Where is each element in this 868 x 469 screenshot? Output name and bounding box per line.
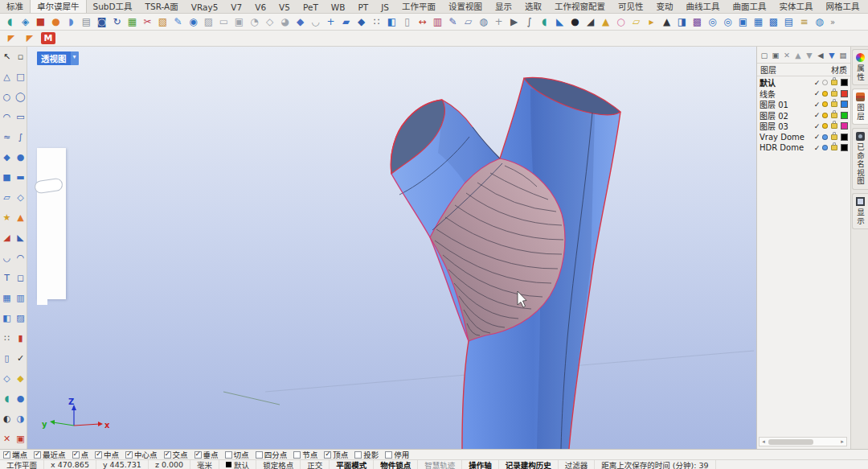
move-down-icon[interactable]: ▼: [804, 51, 815, 60]
left-tool-icon[interactable]: ◇: [17, 192, 23, 203]
rainbow-surface-icon[interactable]: ▧: [155, 15, 170, 29]
toolbar-tab[interactable]: 可见性: [612, 0, 650, 13]
viewport-dropdown-icon[interactable]: ▾: [71, 51, 79, 65]
osnap-checkbox[interactable]: [164, 451, 171, 459]
toolbar-tab[interactable]: JS: [375, 1, 395, 13]
layer-lock-icon[interactable]: [831, 145, 837, 150]
blue-cube-icon[interactable]: ◨: [674, 15, 690, 29]
delete-layer-icon[interactable]: ✕: [781, 51, 792, 60]
left-tool-icon[interactable]: ≈: [3, 132, 10, 142]
plane-icon[interactable]: ◇: [262, 15, 277, 29]
left-tool-icon[interactable]: ∫: [18, 132, 23, 142]
toolbar-tab[interactable]: 曲面工具: [726, 0, 772, 13]
wedge-icon[interactable]: ◢: [583, 15, 598, 29]
layer-visibility-bulb-icon[interactable]: [822, 91, 828, 97]
layer-visibility-bulb-icon[interactable]: [822, 101, 828, 107]
frame-icon[interactable]: ▣: [231, 15, 247, 29]
layer-color-swatch[interactable]: [841, 90, 848, 97]
shear-icon[interactable]: ▰: [338, 15, 354, 29]
toolbar-tab[interactable]: 工作平面: [395, 0, 442, 13]
orbit-curve-icon[interactable]: ◖: [2, 15, 18, 29]
transform-handle-icon[interactable]: ▱: [461, 15, 476, 29]
status-toggle[interactable]: 操作轴: [462, 460, 499, 469]
layer-color-swatch[interactable]: [841, 79, 848, 86]
stack-icon[interactable]: ▲: [598, 15, 613, 29]
gem-icon[interactable]: ◆: [354, 15, 369, 29]
left-tool-icon[interactable]: ◻: [17, 273, 24, 283]
osnap-toggle[interactable]: 最近点: [34, 449, 66, 460]
left-tool-icon[interactable]: ●: [17, 393, 25, 404]
dark-sphere-icon[interactable]: ●: [567, 15, 583, 29]
left-tool-icon[interactable]: ◡: [3, 253, 11, 263]
toolbar-tab[interactable]: TSR-A面: [139, 0, 185, 13]
layer-tools-icon[interactable]: ▤: [837, 51, 849, 60]
toolbar-tab[interactable]: WB: [325, 1, 352, 13]
layer-lock-icon[interactable]: [831, 113, 837, 118]
s-curve-icon[interactable]: ∫: [522, 15, 537, 29]
panel-handle[interactable]: [34, 178, 63, 195]
left-tool-icon[interactable]: ◠: [17, 253, 25, 263]
layer-visibility-bulb-icon[interactable]: [822, 80, 828, 85]
climber-icon[interactable]: ▲: [659, 15, 674, 29]
send-plane-icon[interactable]: ◤: [4, 32, 18, 44]
osnap-checkbox[interactable]: [324, 451, 331, 459]
toolbar-tab[interactable]: 工作视窗配置: [548, 0, 612, 13]
status-toggle[interactable]: 距离上次保存的时间 (分钟): 39: [595, 460, 715, 469]
layer-visibility-bulb-icon[interactable]: [822, 113, 828, 118]
furniture-icon[interactable]: ◗: [63, 15, 79, 29]
toolbar-overflow-chevron[interactable]: »: [830, 18, 835, 27]
status-toggle[interactable]: 过滤器: [559, 460, 596, 469]
left-tool-icon[interactable]: ✓: [17, 353, 24, 364]
dotted-square-icon[interactable]: ▩: [766, 15, 781, 29]
note-icon[interactable]: ▱: [628, 15, 644, 29]
history-icon[interactable]: ◕: [277, 15, 293, 29]
red-material-box-icon[interactable]: ■: [33, 15, 48, 29]
scroll-left-icon[interactable]: ◂: [760, 438, 768, 445]
layer-lock-icon[interactable]: [831, 91, 837, 97]
toolbar-tab[interactable]: 变动: [649, 0, 679, 13]
pink-ring-icon[interactable]: ○: [613, 15, 628, 29]
left-tool-icon[interactable]: ▬: [16, 172, 24, 183]
mail-icon[interactable]: ▤: [79, 15, 94, 29]
left-tool-icon[interactable]: ↖: [3, 51, 10, 62]
side-tab-properties[interactable]: 属性: [852, 49, 868, 85]
left-tool-icon[interactable]: ✕: [3, 434, 10, 444]
status-toggle[interactable]: 记录建构历史: [499, 460, 559, 469]
m-badge-icon[interactable]: M: [41, 32, 55, 44]
hook-icon[interactable]: ◖: [537, 15, 552, 29]
current-layer-indicator[interactable]: 默认: [219, 460, 256, 469]
perspective-viewport[interactable]: 透视图 ▾: [27, 47, 756, 449]
target2-icon[interactable]: ◎: [720, 15, 735, 29]
layer-lock-icon[interactable]: [831, 101, 837, 107]
left-tool-icon[interactable]: ◆: [3, 152, 10, 163]
mosaic-icon[interactable]: ▩: [690, 15, 705, 29]
left-tool-icon[interactable]: ▥: [16, 293, 24, 303]
left-tool-icon[interactable]: T: [4, 273, 10, 283]
left-tool-icon[interactable]: ◧: [2, 313, 10, 323]
layer-lock-icon[interactable]: [831, 123, 837, 129]
osnap-checkbox[interactable]: [72, 451, 80, 459]
left-tool-icon[interactable]: ◑: [17, 413, 25, 424]
osnap-checkbox[interactable]: [125, 451, 133, 459]
polysurface-icon[interactable]: ◈: [18, 15, 33, 29]
left-tool-icon[interactable]: ◇: [3, 373, 10, 384]
rotate-view-icon[interactable]: ↻: [109, 15, 125, 29]
status-toggle[interactable]: 平面模式: [330, 460, 374, 469]
layer-row[interactable]: 线条 ✓: [757, 88, 850, 100]
sculpt-icon[interactable]: ✎: [445, 15, 461, 29]
layer-color-swatch[interactable]: [841, 112, 848, 119]
toolbar-tab[interactable]: PeT: [297, 1, 325, 13]
target-icon[interactable]: ◎: [705, 15, 720, 29]
bowl-icon[interactable]: ◡: [308, 15, 323, 29]
viewport-title[interactable]: 透视图: [37, 51, 71, 65]
shaded-sphere-icon[interactable]: ◍: [476, 15, 491, 29]
side-tab-layers[interactable]: 图层: [852, 88, 868, 125]
left-tool-icon[interactable]: ▭: [16, 112, 24, 122]
send-plane-plus-icon[interactable]: ◤: [23, 32, 37, 44]
monitor-doc-icon[interactable]: ▤: [781, 15, 796, 29]
toolbar-tab[interactable]: SubD工具: [87, 0, 139, 13]
left-tool-icon[interactable]: ◠: [3, 112, 11, 122]
left-tool-icon[interactable]: ◯: [15, 92, 25, 102]
left-tool-icon[interactable]: ○: [3, 92, 11, 102]
layer-row[interactable]: Vray Dome ✓: [757, 132, 850, 143]
